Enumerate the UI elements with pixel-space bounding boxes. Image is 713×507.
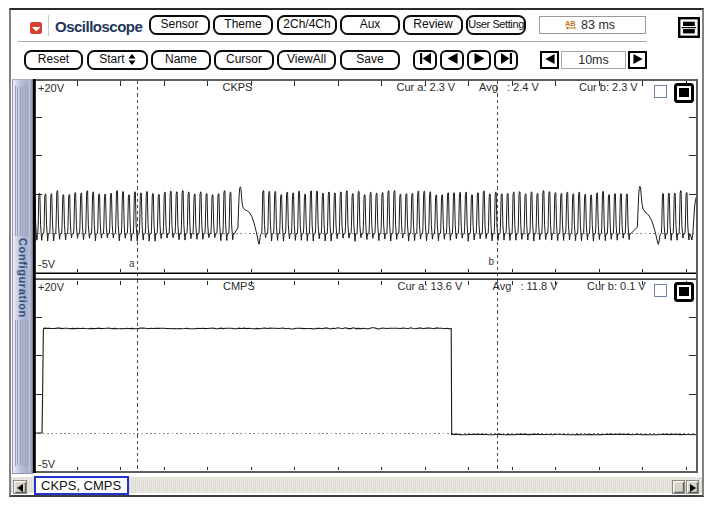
- svg-text:AB: AB: [565, 19, 576, 28]
